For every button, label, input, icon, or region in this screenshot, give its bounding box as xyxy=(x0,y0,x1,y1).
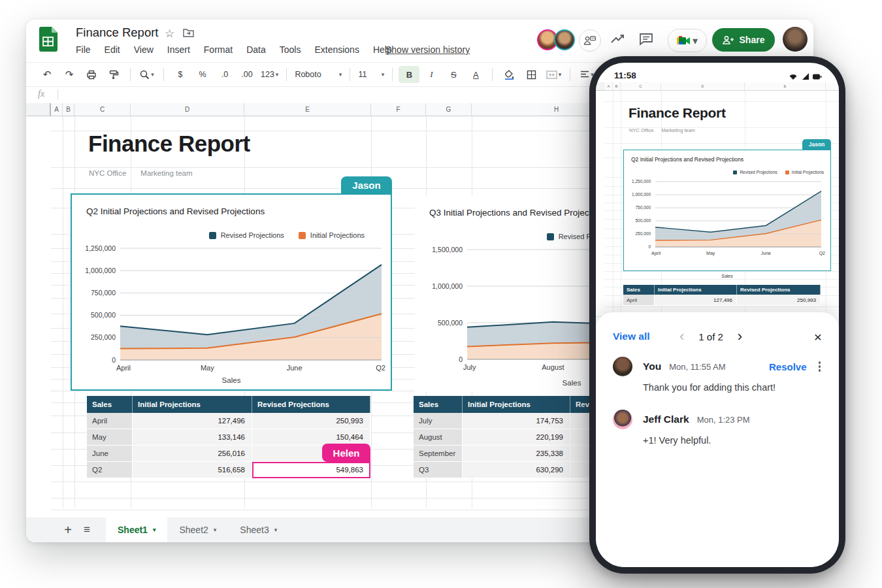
increase-decimal-button[interactable]: .00 xyxy=(237,66,257,83)
svg-text:250,000: 250,000 xyxy=(636,231,651,236)
resolve-button[interactable]: Resolve xyxy=(769,361,807,372)
table-cell[interactable]: 250,993 xyxy=(252,413,370,429)
table-cell[interactable]: 127,496 xyxy=(133,413,252,429)
table-header-cell: Revised Projections xyxy=(737,285,821,295)
fill-color-button[interactable] xyxy=(498,66,519,83)
sheet-tab-sheet1[interactable]: Sheet1▾ xyxy=(106,517,167,542)
account-avatar[interactable] xyxy=(783,27,808,52)
column-header-C[interactable]: C xyxy=(74,103,131,116)
table-cell[interactable]: July xyxy=(414,413,463,429)
show-collaborators-button[interactable] xyxy=(579,29,601,52)
document-title[interactable]: Finance Report xyxy=(76,25,158,40)
print-button[interactable] xyxy=(81,66,102,83)
table-cell[interactable]: 127,496 xyxy=(655,295,737,306)
menu-item-file[interactable]: File xyxy=(76,44,91,55)
table-cell[interactable]: Q2 xyxy=(87,462,133,478)
q2-chart[interactable]: Q2 Initial Projections and Revised Proje… xyxy=(71,193,392,391)
borders-button[interactable] xyxy=(521,66,542,83)
share-button[interactable]: Share xyxy=(712,28,775,52)
table-cell[interactable]: September xyxy=(414,446,463,462)
italic-button[interactable]: I xyxy=(421,66,442,83)
table-cell[interactable]: 174,753 xyxy=(463,413,570,429)
menu-item-data[interactable]: Data xyxy=(246,44,266,55)
table-cell[interactable]: Q3 xyxy=(414,462,463,478)
table-header-cell: Initial Projections xyxy=(133,396,252,413)
sheet-tab-caret[interactable]: ▾ xyxy=(153,527,156,533)
add-sheet-button[interactable]: + xyxy=(59,523,77,538)
decrease-decimal-button[interactable]: .0 xyxy=(214,66,235,83)
table-cell[interactable]: 630,290 xyxy=(463,462,570,478)
table-cell[interactable]: 220,199 xyxy=(463,429,570,446)
menu-item-tools[interactable]: Tools xyxy=(280,44,301,55)
table-cell[interactable]: 235,338 xyxy=(463,446,570,462)
font-size-select[interactable]: 11▾ xyxy=(356,66,386,83)
table-cell[interactable]: 256,016 xyxy=(133,446,252,462)
sheet-tab-sheet3[interactable]: Sheet3▾ xyxy=(228,517,289,542)
menu-item-format[interactable]: Format xyxy=(204,44,233,55)
redo-button[interactable]: ↷ xyxy=(59,66,80,83)
trend-icon xyxy=(610,33,626,46)
column-header-A[interactable]: A xyxy=(51,103,63,116)
show-version-history-link[interactable]: Show version history xyxy=(385,44,470,55)
column-header-F[interactable]: F xyxy=(371,103,426,116)
all-sheets-menu-button[interactable]: ≡ xyxy=(77,523,97,536)
table-cell[interactable]: 133,146 xyxy=(133,429,252,446)
mini-data-table[interactable]: SalesInitial ProjectionsRevised Projecti… xyxy=(623,285,821,306)
paint-format-button[interactable] xyxy=(103,66,124,83)
meet-call-button[interactable]: ▾ xyxy=(668,29,707,52)
mini-chart-plot: 0250,000500,000750,0001,000,0001,250,000… xyxy=(627,179,826,257)
column-header-E[interactable]: E xyxy=(244,103,371,116)
table-cell[interactable]: April xyxy=(623,295,655,306)
table-cell[interactable]: 516,658 xyxy=(133,462,252,478)
legend-item-initial: Initial Projections xyxy=(299,231,365,239)
sheet-tab-caret[interactable]: ▾ xyxy=(214,527,217,533)
menu-item-edit[interactable]: Edit xyxy=(105,44,120,55)
table-cell[interactable]: April xyxy=(87,413,133,429)
q2-data-table[interactable]: SalesInitial ProjectionsRevised Projecti… xyxy=(87,396,370,478)
grid-line-horizontal xyxy=(51,167,643,168)
table-cell[interactable]: May xyxy=(87,429,133,446)
sheets-logo-icon[interactable] xyxy=(39,27,57,52)
undo-button[interactable]: ↶ xyxy=(37,66,57,83)
menu-item-view[interactable]: View xyxy=(134,44,154,55)
menu-item-extensions[interactable]: Extensions xyxy=(314,44,359,55)
column-header-B[interactable]: B xyxy=(63,103,74,116)
column-header-G[interactable]: G xyxy=(426,103,472,116)
move-to-folder-icon[interactable] xyxy=(183,28,194,37)
pager-label: 1 of 2 xyxy=(698,331,723,342)
pager-next-icon[interactable]: › xyxy=(738,329,742,344)
currency-format-button[interactable]: $ xyxy=(170,66,191,83)
comment-overflow-icon[interactable] xyxy=(817,360,823,373)
table-header-cell: Initial Projections xyxy=(463,396,570,413)
font-family-select[interactable]: Roboto▾ xyxy=(293,66,344,83)
mini-q2-chart[interactable]: Q2 Initial Projections and Revised Proje… xyxy=(623,150,831,271)
column-header-D[interactable]: D xyxy=(131,103,244,116)
select-all-corner[interactable] xyxy=(26,103,51,116)
close-icon[interactable]: × xyxy=(814,330,822,344)
sheet-tab-caret[interactable]: ▾ xyxy=(274,527,278,533)
view-all-link[interactable]: View all xyxy=(613,331,650,342)
menu-item-insert[interactable]: Insert xyxy=(167,44,190,55)
svg-text:1,000,000: 1,000,000 xyxy=(632,192,651,197)
table-cell[interactable]: June xyxy=(87,446,133,462)
collaborator-avatar-jason[interactable] xyxy=(554,29,575,50)
percent-format-button[interactable]: % xyxy=(192,66,213,83)
star-icon[interactable]: ☆ xyxy=(165,27,174,41)
table-cell[interactable]: August xyxy=(414,429,463,446)
comments-button[interactable] xyxy=(639,33,653,46)
zoom-control[interactable]: ▾ xyxy=(137,66,157,83)
table-cell[interactable]: 250,993 xyxy=(737,295,821,306)
strikethrough-button[interactable]: S xyxy=(443,66,464,83)
svg-text:0: 0 xyxy=(112,356,116,364)
bold-button[interactable]: B xyxy=(399,66,419,83)
meet-dropdown-caret[interactable]: ▾ xyxy=(693,35,698,47)
phone-screen: 11:58 ABCDE 1234567891011121314151617181… xyxy=(596,63,839,567)
number-format-button[interactable]: 123▾ xyxy=(259,66,280,83)
merge-cells-button[interactable]: ▾ xyxy=(543,66,564,83)
explore-trends-button[interactable] xyxy=(610,33,626,46)
mini-spreadsheet-grid[interactable]: Finance Report NYC Office Marketing team… xyxy=(596,91,839,316)
text-color-button[interactable]: A xyxy=(465,66,486,83)
table-cell[interactable]: 549,863 xyxy=(252,462,370,478)
pager-prev-icon[interactable]: ‹ xyxy=(679,329,684,344)
sheet-tab-sheet2[interactable]: Sheet2▾ xyxy=(167,517,228,542)
